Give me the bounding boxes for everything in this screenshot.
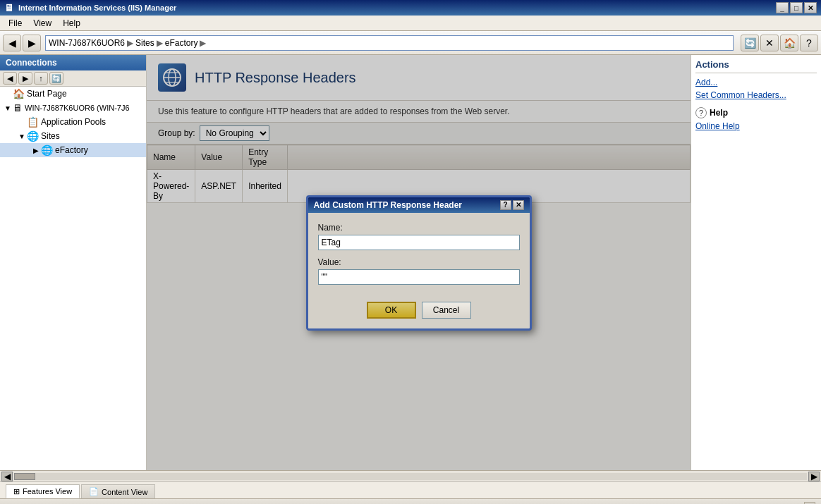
sidebar-btn-up[interactable]: ↑ — [34, 72, 48, 85]
horizontal-scrollbar[interactable]: ◀ ▶ — [0, 470, 821, 481]
sidebar-item-start-page[interactable]: 🏠 Start Page — [0, 87, 146, 101]
main-layout: Connections ◀ ▶ ↑ 🔄 🏠 Start Page ▼ 🖥 WIN… — [0, 55, 821, 470]
scrollbar-thumb[interactable] — [14, 473, 35, 480]
minimize-button[interactable]: _ — [776, 2, 789, 13]
maximize-button[interactable]: □ — [790, 2, 803, 13]
actions-section-help: ? Help Online Help — [695, 107, 817, 131]
address-sep-3: ▶ — [200, 38, 206, 48]
actions-panel: Actions Add... Set Common Headers... ? H… — [691, 55, 821, 470]
sidebar-item-label-start-page: Start Page — [27, 89, 67, 99]
sidebar-item-label-server: WIN-7J687K6UOR6 (WIN-7J6 — [25, 104, 130, 112]
address-bar: WIN-7J687K6UOR6 ▶ Sites ▶ eFactory ▶ — [45, 35, 734, 51]
dialog-help-button[interactable]: ? — [500, 200, 511, 210]
name-label: Name: — [318, 223, 520, 233]
home-button[interactable]: 🏠 — [780, 35, 798, 51]
navbar: ◀ ▶ WIN-7J687K6UOR6 ▶ Sites ▶ eFactory ▶… — [0, 31, 821, 55]
expand-icon-server: ▼ — [3, 103, 13, 113]
content-view-tab-icon: 📄 — [89, 487, 99, 496]
server-icon: 🖥 — [13, 102, 23, 113]
sidebar-btn-forward[interactable]: ▶ — [18, 72, 32, 85]
statusbar: Configuration: 'eFactory' web.config 🔒 — [0, 498, 821, 504]
content-view-tab-label: Content View — [102, 488, 147, 496]
sidebar-item-label-efactory: eFactory — [55, 145, 88, 155]
back-button[interactable]: ◀ — [3, 35, 21, 51]
address-part-efactory: eFactory — [165, 38, 198, 48]
sidebar-item-app-pools[interactable]: 📋 Application Pools — [0, 115, 146, 129]
set-common-headers-link[interactable]: Set Common Headers... — [695, 90, 817, 100]
expand-icon-efactory: ▶ — [31, 145, 41, 155]
scroll-left-btn[interactable]: ◀ — [1, 472, 13, 481]
help-nav-button[interactable]: ? — [800, 35, 818, 51]
online-help-link[interactable]: Online Help — [695, 121, 817, 131]
sidebar-header: Connections — [0, 55, 146, 70]
dialog-title-buttons: ? ✕ — [500, 200, 524, 210]
address-sep-1: ▶ — [127, 38, 133, 48]
modal-overlay: Add Custom HTTP Response Header ? ✕ Name… — [147, 55, 691, 470]
expand-icon — [3, 89, 13, 99]
sidebar-item-efactory[interactable]: ▶ 🌐 eFactory — [0, 143, 146, 157]
dialog-titlebar: Add Custom HTTP Response Header ? ✕ — [308, 197, 530, 213]
expand-icon-app-pools — [17, 117, 27, 127]
scrollbar-track[interactable] — [14, 473, 807, 480]
value-label: Value: — [318, 257, 520, 267]
scroll-right-btn[interactable]: ▶ — [808, 472, 820, 481]
titlebar: 🖥 Internet Information Services (IIS) Ma… — [0, 0, 821, 16]
sidebar-btn-refresh[interactable]: 🔄 — [49, 72, 63, 85]
sidebar-item-label-sites: Sites — [41, 131, 60, 141]
bottom-tabs: ⊞ Features View 📄 Content View — [0, 481, 821, 498]
help-section-title: Help — [710, 108, 728, 118]
sidebar-item-label-app-pools: Application Pools — [41, 117, 106, 127]
app-icon: 🖥 — [4, 2, 14, 13]
content-view-tab[interactable]: 📄 Content View — [81, 484, 155, 498]
sidebar-item-sites[interactable]: ▼ 🌐 Sites — [0, 129, 146, 143]
features-view-tab[interactable]: ⊞ Features View — [6, 484, 80, 498]
actions-title: Actions — [695, 59, 817, 73]
ok-button[interactable]: OK — [367, 302, 416, 319]
menubar: File View Help — [0, 16, 821, 31]
address-part-server: WIN-7J687K6UOR6 — [49, 38, 125, 48]
menu-file[interactable]: File — [3, 17, 28, 30]
dialog-title-text: Add Custom HTTP Response Header — [314, 200, 462, 210]
address-sep-2: ▶ — [157, 38, 163, 48]
sidebar: Connections ◀ ▶ ↑ 🔄 🏠 Start Page ▼ 🖥 WIN… — [0, 55, 147, 470]
actions-section-1: Add... Set Common Headers... — [695, 78, 817, 100]
add-link[interactable]: Add... — [695, 78, 817, 87]
app-pools-icon: 📋 — [27, 116, 39, 128]
menu-view[interactable]: View — [28, 17, 57, 30]
forward-button[interactable]: ▶ — [23, 35, 41, 51]
statusbar-icon: 🔒 — [804, 502, 815, 505]
statusbar-right: 🔒 — [804, 502, 815, 505]
efactory-icon: 🌐 — [41, 145, 53, 156]
address-part-sites: Sites — [135, 38, 154, 48]
content-area: HTTP Response Headers Use this feature t… — [147, 55, 691, 470]
help-icon: ? — [695, 107, 707, 118]
sidebar-btn-back[interactable]: ◀ — [3, 72, 17, 85]
title-text: Internet Information Services (IIS) Mana… — [18, 4, 776, 12]
menu-help[interactable]: Help — [57, 17, 86, 30]
dialog-buttons: OK Cancel — [318, 302, 520, 319]
title-buttons: _ □ ✕ — [776, 2, 817, 13]
sidebar-toolbar: ◀ ▶ ↑ 🔄 — [0, 70, 146, 87]
features-view-tab-label: Features View — [23, 487, 72, 496]
sites-icon: 🌐 — [27, 130, 39, 142]
cancel-button[interactable]: Cancel — [422, 302, 471, 319]
stop-button[interactable]: ✕ — [760, 35, 779, 51]
close-button[interactable]: ✕ — [804, 2, 817, 13]
dialog: Add Custom HTTP Response Header ? ✕ Name… — [306, 195, 532, 331]
expand-icon-sites: ▼ — [17, 131, 27, 141]
dialog-body: Name: Value: OK Cancel — [308, 213, 530, 328]
start-page-icon: 🏠 — [13, 88, 25, 99]
nav-right-buttons: 🔄 ✕ 🏠 ? — [741, 35, 818, 51]
features-view-tab-icon: ⊞ — [13, 487, 20, 496]
refresh-button[interactable]: 🔄 — [741, 35, 759, 51]
dialog-close-button[interactable]: ✕ — [513, 200, 524, 210]
value-input[interactable] — [318, 269, 520, 285]
sidebar-item-server[interactable]: ▼ 🖥 WIN-7J687K6UOR6 (WIN-7J6 — [0, 101, 146, 115]
name-input[interactable] — [318, 235, 520, 250]
